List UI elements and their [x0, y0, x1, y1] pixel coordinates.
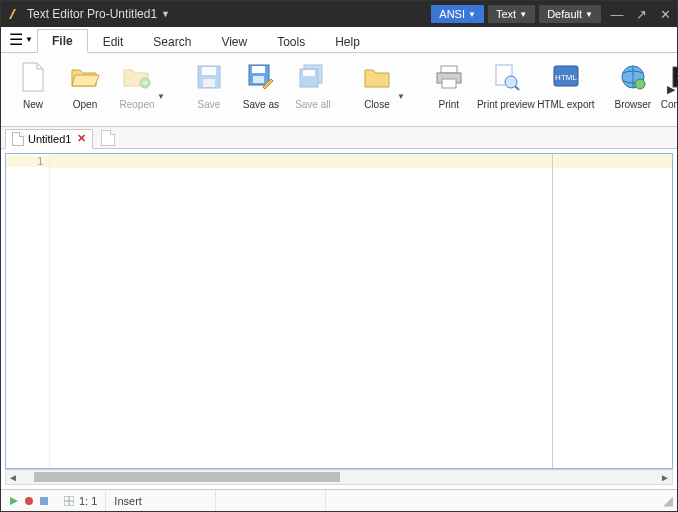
minimize-button[interactable]: — — [605, 7, 629, 22]
svg-rect-5 — [252, 66, 265, 73]
document-tab-label: Untitled1 — [28, 133, 71, 145]
close-button[interactable]: Close — [351, 57, 403, 110]
print-preview-button[interactable]: Print preview — [475, 57, 537, 110]
save-all-label: Save all — [295, 99, 331, 110]
svg-line-15 — [515, 86, 519, 90]
save-as-label: Save as — [243, 99, 279, 110]
svg-text:HTML: HTML — [555, 73, 577, 82]
ribbon-overflow-icon[interactable]: ▶ — [667, 83, 675, 96]
save-all-button: Save all — [287, 57, 339, 110]
svg-rect-6 — [253, 76, 264, 83]
right-margin-line — [552, 154, 553, 468]
folder-open-icon — [69, 61, 101, 93]
new-label: New — [23, 99, 43, 110]
scroll-left-icon[interactable]: ◄ — [6, 472, 20, 483]
theme-label: Default — [547, 8, 582, 20]
status-empty-2 — [326, 490, 663, 511]
printer-icon — [433, 61, 465, 93]
folder-icon — [361, 61, 393, 93]
document-tab[interactable]: Untitled1 ✕ — [5, 129, 93, 149]
command-label: Command — [661, 99, 678, 110]
title-dropdown-icon[interactable]: ▼ — [161, 9, 170, 19]
status-empty-1 — [216, 490, 326, 511]
maximize-button[interactable]: ↗ — [629, 7, 653, 22]
document-icon-small — [12, 132, 24, 146]
format-label: Text — [496, 8, 516, 20]
insert-mode-segment[interactable]: Insert — [106, 490, 216, 511]
play-icon[interactable] — [9, 496, 19, 506]
hamburger-menu[interactable]: ☰▼ — [7, 28, 35, 50]
svg-rect-12 — [442, 79, 456, 88]
app-window: Text Editor Pro - Untitled1 ▼ ANSI ▼ Tex… — [0, 0, 678, 512]
close-dropdown[interactable]: ▼ — [397, 80, 405, 101]
tab-view[interactable]: View — [206, 30, 262, 53]
new-document-tab[interactable] — [101, 130, 115, 146]
cursor-position: 1: 1 — [79, 495, 97, 507]
editor: 1 — [5, 153, 673, 469]
tab-help[interactable]: Help — [320, 30, 375, 53]
title-doc: Untitled1 — [110, 7, 157, 21]
svg-rect-2 — [202, 67, 216, 75]
ribbon-group-print: Print Print preview HTML HTML export — [423, 57, 595, 124]
theme-selector[interactable]: Default ▼ — [539, 5, 601, 23]
record-icon[interactable] — [24, 496, 34, 506]
reopen-label: Reopen — [119, 99, 154, 110]
position-segment: 1: 1 — [56, 490, 106, 511]
svg-rect-23 — [40, 497, 48, 505]
close-window-button[interactable]: ✕ — [653, 7, 677, 22]
close-tab-icon[interactable]: ✕ — [77, 132, 86, 145]
print-preview-label: Print preview — [477, 99, 535, 110]
tab-search[interactable]: Search — [138, 30, 206, 53]
save-as-button[interactable]: Save as — [235, 57, 287, 110]
open-button[interactable]: Open — [59, 57, 111, 110]
text-area[interactable] — [50, 154, 672, 468]
open-label: Open — [73, 99, 97, 110]
app-icon — [7, 7, 21, 21]
line-number: 1 — [6, 156, 49, 167]
browser-button[interactable]: Browser — [607, 57, 659, 110]
html-icon: HTML — [550, 61, 582, 93]
svg-point-22 — [25, 497, 33, 505]
ribbon: New Open Reopen ▼ Save Save as — [1, 53, 677, 127]
macro-controls — [1, 490, 56, 511]
scroll-right-icon[interactable]: ► — [658, 472, 672, 483]
stop-icon[interactable] — [39, 496, 49, 506]
svg-rect-9 — [303, 70, 315, 76]
tab-file[interactable]: File — [37, 29, 88, 53]
magnifier-page-icon — [490, 61, 522, 93]
svg-rect-10 — [441, 66, 457, 73]
svg-point-19 — [635, 79, 645, 89]
status-bar: 1: 1 Insert ◢ — [1, 489, 677, 511]
encoding-selector[interactable]: ANSI ▼ — [431, 5, 484, 23]
svg-rect-3 — [203, 79, 215, 87]
save-label: Save — [198, 99, 221, 110]
horizontal-scrollbar[interactable]: ◄ ► — [5, 469, 673, 485]
line-number-gutter: 1 — [6, 154, 50, 468]
ribbon-group-file: New Open Reopen ▼ — [7, 57, 171, 124]
document-icon — [17, 61, 49, 93]
title-app: Text Editor Pro — [27, 7, 106, 21]
tab-tools[interactable]: Tools — [262, 30, 320, 53]
resize-grip-icon[interactable]: ◢ — [663, 493, 677, 508]
ribbon-group-close: Close ▼ — [351, 57, 411, 124]
save-button: Save — [183, 57, 235, 110]
print-button[interactable]: Print — [423, 57, 475, 110]
close-label: Close — [364, 99, 390, 110]
format-selector[interactable]: Text ▼ — [488, 5, 535, 23]
menu-bar: ☰▼ File Edit Search View Tools Help — [1, 27, 677, 53]
html-export-button[interactable]: HTML HTML export — [537, 57, 595, 110]
scroll-track[interactable] — [20, 472, 658, 482]
tab-edit[interactable]: Edit — [88, 30, 139, 53]
floppy-stack-icon — [297, 61, 329, 93]
print-label: Print — [439, 99, 460, 110]
html-export-label: HTML export — [537, 99, 594, 110]
folder-arrow-icon — [121, 61, 153, 93]
title-bar: Text Editor Pro - Untitled1 ▼ ANSI ▼ Tex… — [1, 1, 677, 27]
floppy-pen-icon — [245, 61, 277, 93]
browser-label: Browser — [615, 99, 652, 110]
new-button[interactable]: New — [7, 57, 59, 110]
insert-mode-label: Insert — [114, 495, 142, 507]
reopen-button: Reopen — [111, 57, 163, 110]
scroll-thumb[interactable] — [34, 472, 340, 482]
document-tab-strip: Untitled1 ✕ — [1, 127, 677, 149]
